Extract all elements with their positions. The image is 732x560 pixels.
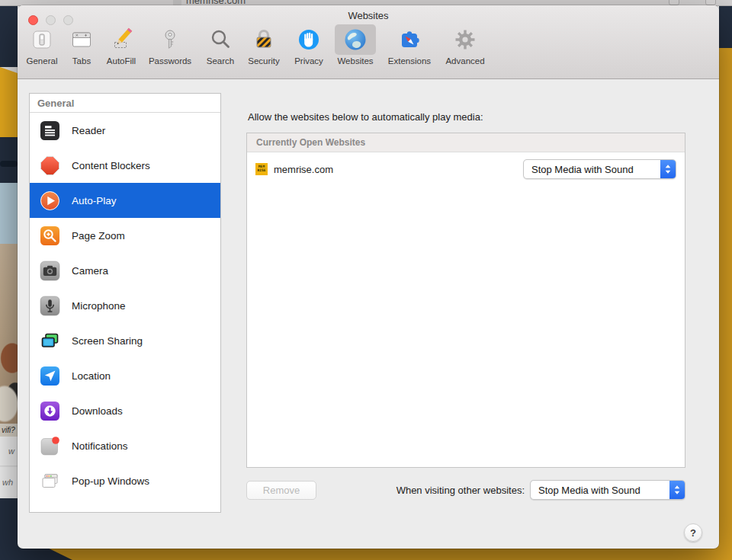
preferences-toolbar: Websites General Tabs bbox=[18, 5, 719, 79]
panel-heading: Allow the websites below to automaticall… bbox=[248, 111, 483, 123]
sidebar-item-auto-play[interactable]: Auto-Play bbox=[30, 183, 220, 218]
page-zoom-icon bbox=[40, 226, 60, 246]
sidebar-item-label: Screen Sharing bbox=[72, 335, 143, 347]
websites-icon bbox=[335, 24, 376, 55]
background-answer-row[interactable]: w bbox=[0, 437, 18, 466]
toolbar-item-advanced[interactable]: Advanced bbox=[440, 24, 490, 66]
camera-icon bbox=[40, 261, 60, 281]
general-icon bbox=[21, 24, 63, 55]
background-answer-row[interactable]: wh bbox=[0, 467, 18, 498]
sidebar-item-camera[interactable]: Camera bbox=[30, 253, 220, 288]
sidebar-item-label: Camera bbox=[72, 265, 108, 277]
toolbar-item-websites[interactable]: Websites bbox=[332, 24, 379, 66]
sidebar-item-location[interactable]: Location bbox=[30, 358, 220, 393]
privacy-icon bbox=[288, 24, 329, 55]
notifications-icon bbox=[40, 436, 60, 456]
background-window-button-icon[interactable] bbox=[669, 0, 679, 5]
downloads-icon bbox=[40, 401, 60, 421]
toolbar-item-search[interactable]: Search bbox=[199, 24, 242, 66]
sidebar-item-label: Reader bbox=[72, 125, 105, 136]
stepper-icon bbox=[669, 480, 685, 500]
toolbar-items: General Tabs AutoFill bbox=[22, 24, 490, 66]
memrise-favicon: MEM RISE bbox=[255, 163, 268, 175]
sidebar-item-label: Auto-Play bbox=[72, 195, 117, 206]
toolbar-item-autofill[interactable]: AutoFill bbox=[101, 24, 141, 66]
background-navy-band bbox=[719, 6, 732, 48]
advanced-icon bbox=[445, 24, 486, 55]
toolbar-item-passwords[interactable]: Passwords bbox=[141, 24, 199, 66]
screen-sharing-icon bbox=[40, 331, 60, 351]
sidebar-item-page-zoom[interactable]: Page Zoom bbox=[30, 218, 220, 253]
background-navy-band bbox=[0, 6, 18, 67]
other-websites-label: When visiting other websites: bbox=[347, 485, 525, 496]
sidebar-item-reader[interactable]: Reader bbox=[30, 113, 220, 148]
popup-windows-icon bbox=[40, 471, 60, 491]
groupbox-header: Currently Open Websites bbox=[247, 133, 685, 152]
sidebar-item-screen-sharing[interactable]: Screen Sharing bbox=[30, 323, 220, 358]
screen: memrise.com vifi? w wh Websites bbox=[0, 0, 732, 560]
tabs-icon bbox=[61, 24, 102, 55]
sidebar-item-downloads[interactable]: Downloads bbox=[30, 393, 220, 428]
other-websites-dropdown[interactable]: Stop Media with Sound bbox=[530, 480, 685, 500]
background-photo bbox=[0, 244, 18, 437]
background-pill-shape bbox=[0, 161, 18, 167]
microphone-icon bbox=[40, 296, 60, 316]
passwords-icon bbox=[149, 24, 191, 55]
sidebar-item-label: Page Zoom bbox=[72, 230, 125, 242]
background-window-button-icon[interactable] bbox=[705, 0, 716, 5]
toolbar-item-security[interactable]: Security bbox=[242, 24, 286, 66]
location-icon bbox=[40, 366, 60, 386]
sidebar: General Reader Content Blockers Auto-Pla… bbox=[29, 93, 221, 513]
preferences-window: Websites General Tabs bbox=[18, 5, 719, 549]
content-blockers-icon bbox=[40, 155, 60, 176]
sidebar-item-label: Downloads bbox=[72, 405, 123, 417]
sidebar-item-label: Content Blockers bbox=[72, 160, 150, 171]
autoplay-setting-dropdown[interactable]: Stop Media with Sound bbox=[523, 159, 676, 179]
sidebar-item-content-blockers[interactable]: Content Blockers bbox=[30, 148, 220, 183]
security-icon bbox=[243, 24, 284, 55]
remove-button[interactable]: Remove bbox=[246, 481, 316, 500]
background-lightblue-band bbox=[0, 183, 18, 244]
extensions-icon bbox=[389, 24, 430, 55]
toolbar-item-tabs[interactable]: Tabs bbox=[62, 24, 101, 66]
background-page-right-edge bbox=[719, 6, 732, 560]
window-title: Websites bbox=[18, 10, 719, 21]
toolbar-item-general[interactable]: General bbox=[22, 24, 62, 66]
background-gold-band bbox=[0, 67, 18, 143]
website-row: MEM RISE memrise.com Stop Media with Sou… bbox=[247, 152, 685, 186]
sidebar-item-label: Microphone bbox=[72, 300, 126, 312]
toolbar-item-privacy[interactable]: Privacy bbox=[286, 24, 332, 66]
help-button[interactable]: ? bbox=[684, 523, 702, 542]
auto-play-icon bbox=[40, 190, 60, 211]
background-caption-text: vifi? bbox=[0, 424, 18, 437]
websites-groupbox: Currently Open Websites MEM RISE memrise… bbox=[246, 133, 685, 468]
sidebar-item-popup-windows[interactable]: Pop-up Windows bbox=[30, 463, 220, 498]
sidebar-item-label: Notifications bbox=[72, 440, 128, 452]
sidebar-item-notifications[interactable]: Notifications bbox=[30, 428, 220, 463]
search-icon bbox=[200, 24, 241, 55]
toolbar-item-extensions[interactable]: Extensions bbox=[379, 24, 440, 66]
reader-icon bbox=[40, 120, 60, 141]
stepper-icon bbox=[660, 159, 676, 179]
website-name: memrise.com bbox=[274, 164, 333, 175]
background-navy-band bbox=[0, 137, 18, 183]
sidebar-header: General bbox=[30, 94, 220, 113]
autofill-icon bbox=[101, 24, 142, 55]
sidebar-item-label: Location bbox=[72, 370, 111, 382]
sidebar-item-label: Pop-up Windows bbox=[72, 475, 149, 487]
background-page-left-edge: vifi? w wh bbox=[0, 6, 18, 560]
sidebar-item-microphone[interactable]: Microphone bbox=[30, 288, 220, 323]
